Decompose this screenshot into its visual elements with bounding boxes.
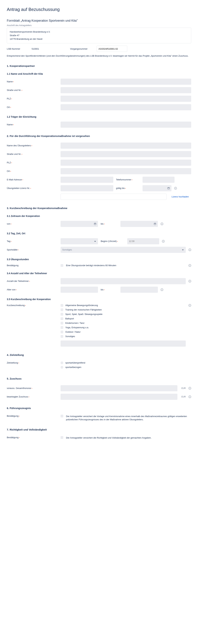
svg-point-31 (162, 289, 162, 289)
lsb-value: 510001 (32, 48, 67, 50)
svg-point-28 (190, 280, 190, 281)
section-3-1-title: 3.1 Zeitraum der Kooperation (7, 215, 191, 218)
bis-label: bis (101, 222, 118, 225)
kurz-checkbox-2[interactable] (61, 313, 63, 316)
info-icon[interactable] (189, 396, 191, 398)
info-icon[interactable] (189, 387, 191, 390)
leader-street-label: Straße und Nr. (7, 153, 58, 155)
kita-name-label: Name (7, 80, 58, 83)
kurz-label: Kurzbeschreibung (7, 304, 58, 306)
s7-checkbox[interactable] (61, 436, 63, 439)
kurz-sonstiges-input[interactable] (61, 340, 186, 347)
upload-license-button[interactable]: Lizenz hochladen (169, 194, 191, 200)
zuschuss-label: beantragter Zuschuss (7, 396, 58, 398)
hours-checkbox[interactable] (61, 264, 63, 267)
leader-ort-label: Ort (7, 170, 58, 172)
intro-text: Entsprechend den Sportförderrichtlinien … (7, 54, 191, 58)
section-3-3-title: 3.3 Übungsstunden (7, 258, 191, 261)
lsb-label: LSB-Nummer (7, 48, 29, 50)
tag-label: Tag (7, 240, 58, 242)
s7-best-label: Bestätigung (7, 436, 58, 439)
leader-email-label: E-Mail-Adresse (7, 178, 58, 181)
kurz-checkbox-7[interactable] (61, 335, 63, 338)
begin-time-input[interactable] (127, 238, 159, 244)
section-2-title: 2. Für die Durchführung der Kooperations… (7, 134, 191, 138)
applicant-address: Handwerkersportverein Brandenburg e.V. S… (7, 28, 191, 43)
section-1-1-title: 1.1 Name und Anschrift der Kita (7, 72, 191, 75)
address-line: Handwerkersportverein Brandenburg e.V. (10, 30, 188, 34)
valid-label: gültig bis (116, 187, 140, 190)
honorar-input[interactable] (61, 385, 177, 391)
s6-checkbox[interactable] (61, 415, 63, 418)
leader-plz-input[interactable] (61, 160, 191, 166)
kita-street-input[interactable] (61, 87, 191, 93)
kita-plz-label: PLZ (7, 97, 58, 100)
hours-text: Eine Übungsstunde beträgt mindestens 60 … (66, 264, 186, 267)
kurz-checkbox-3[interactable] (61, 317, 63, 320)
anzahl-label: Anzahl der Teilnehmer (7, 280, 58, 282)
kurz-checkbox-5[interactable] (61, 326, 63, 329)
info-icon[interactable] (162, 240, 165, 243)
section-3-title: 3. Kurzbeschreibung der Kooperationsmaßn… (7, 207, 191, 210)
section-6-title: 6. Führungszeugnis (7, 407, 191, 410)
kurz-checkbox-0[interactable] (61, 304, 63, 307)
ziel-radio-2[interactable] (61, 366, 63, 369)
sportstaette-select[interactable]: Sonstiges (61, 247, 186, 253)
info-icon[interactable] (161, 288, 163, 291)
bis-date-input[interactable] (120, 221, 158, 227)
alter-bis-input[interactable] (120, 286, 158, 293)
kita-name-input[interactable] (61, 78, 191, 85)
info-icon[interactable] (189, 304, 191, 307)
kita-ort-input[interactable] (61, 104, 191, 110)
svg-rect-6 (175, 188, 176, 189)
vorgang-input[interactable] (97, 46, 127, 52)
kurz-checkbox-6[interactable] (61, 330, 63, 333)
info-icon[interactable] (189, 280, 191, 282)
info-icon[interactable] (161, 222, 163, 225)
info-icon[interactable] (189, 248, 191, 251)
s7-text: Der Antragsteller versichert die Richtig… (66, 436, 191, 440)
license-file-display (61, 194, 167, 200)
section-1-2-title: 1.2 Träger der Einrichtung (7, 116, 191, 118)
svg-point-40 (190, 396, 190, 396)
von-date-input[interactable] (61, 221, 98, 227)
info-icon[interactable] (189, 264, 191, 267)
begin-label: Beginn (Uhrzeit) (101, 240, 124, 242)
alter-von-input[interactable] (61, 286, 98, 293)
ziel-opt-2: sportartbezogen (65, 366, 81, 368)
traeger-name-input[interactable] (61, 122, 191, 128)
page-title: Antrag auf Bezuschussung (7, 7, 191, 12)
kita-ort-label: Ort (7, 106, 58, 108)
leader-name-label: Name des Übungsleiters (7, 144, 58, 147)
leader-street-input[interactable] (61, 151, 191, 157)
leader-email-input[interactable] (61, 177, 113, 183)
kurz-opt-0: Allgemeine Bewegungsförderung (65, 304, 98, 306)
valid-date-input[interactable] (143, 185, 172, 191)
svg-point-25 (190, 265, 190, 265)
ziel-opt-1: sportartübergreifend (65, 362, 85, 364)
zuschuss-input[interactable] (61, 394, 177, 400)
alter-von-label: Alter von (7, 288, 58, 291)
kita-plz-input[interactable] (61, 96, 191, 102)
anzahl-input[interactable] (61, 278, 186, 284)
section-4-title: 4. Zielstellung (7, 354, 191, 356)
svg-point-37 (190, 388, 190, 388)
s6-text: Der Antragsteller versichert die Vorlage… (66, 415, 191, 421)
license-input[interactable] (61, 185, 113, 191)
kurz-checkbox-4[interactable] (61, 322, 63, 324)
kurz-checkbox-1[interactable] (61, 308, 63, 311)
ziel-radio-1[interactable] (61, 362, 63, 364)
leader-ort-input[interactable] (61, 168, 191, 174)
kurz-opt-7: Sonstiges (65, 335, 75, 338)
address-line: Straße 47 (10, 34, 188, 37)
leader-phone-label: Telefonnummer (116, 178, 140, 181)
vorgang-label: Vorgangsnummer (70, 48, 94, 50)
svg-point-16 (162, 223, 162, 224)
eur-label: EUR (182, 387, 186, 390)
info-icon[interactable] (174, 187, 177, 190)
tag-select[interactable] (61, 238, 98, 244)
s6-best-label: Bestätigung (7, 415, 58, 417)
leader-phone-input[interactable] (143, 177, 175, 183)
leader-name-input[interactable] (61, 142, 191, 149)
sportstaette-label: Sportstätte (7, 248, 58, 251)
